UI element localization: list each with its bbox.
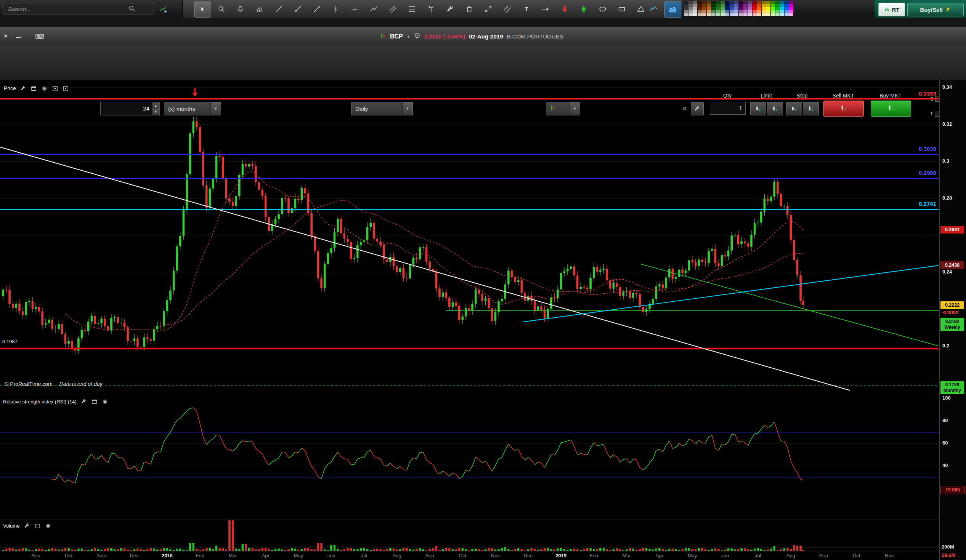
- time-axis-label: Sep: [819, 553, 828, 558]
- time-axis-label: Mar: [228, 553, 237, 558]
- rsi-tick: 100: [942, 395, 951, 401]
- expand-up-icon[interactable]: [62, 85, 70, 92]
- price-pane-header: Price: [4, 85, 70, 92]
- level-price-label: 0.2908: [919, 170, 936, 176]
- rsi-tick: 40: [942, 462, 948, 468]
- time-axis-label: Feb: [196, 553, 204, 558]
- level-price-label: 0.3039: [919, 146, 936, 152]
- time-axis-label: May: [688, 553, 697, 558]
- lightning-icon: [945, 6, 951, 13]
- change-value: -0.0082: [941, 310, 958, 315]
- price-tick: 0.24: [942, 269, 952, 275]
- pane-separator[interactable]: [0, 520, 966, 520]
- window-icon[interactable]: [33, 522, 41, 529]
- price-tick: 0.28: [942, 195, 952, 201]
- pane-separator[interactable]: [0, 396, 966, 396]
- rsi-tick: 80: [942, 418, 948, 423]
- price-tick: 0.2: [942, 343, 949, 349]
- level-price-label: 0.2741: [919, 200, 936, 207]
- volume-value-badge: 58.6M: [941, 552, 955, 558]
- time-axis-label: Jul: [361, 553, 368, 558]
- time-axis-label: Apr: [656, 553, 663, 558]
- price-axis[interactable]: 0.340.320.30.280.240.21008060400.26310.2…: [939, 80, 966, 560]
- time-axis-label: Aug: [393, 553, 401, 558]
- price-tick: 0.34: [942, 84, 952, 90]
- time-axis-label: Dec: [524, 553, 532, 558]
- time-axis-label: Nov: [491, 553, 500, 558]
- window-icon[interactable]: [90, 398, 99, 405]
- rsi-tick: 60: [942, 440, 948, 446]
- time-axis-label: Nov: [97, 553, 106, 558]
- volume-pane-header: Volume: [3, 522, 52, 529]
- wrench-icon[interactable]: [19, 85, 28, 92]
- rsi-pane-title: Relative strength index (RSI) (14): [3, 399, 77, 404]
- time-axis-label: Feb: [589, 553, 598, 558]
- time-axis-label: 2019: [555, 553, 567, 558]
- trendline-price-badge: 0.2438: [940, 261, 964, 269]
- time-axis-label: 2018: [162, 553, 172, 558]
- alert-price-badge: 0.2631: [940, 226, 964, 234]
- support-level-label: 0.1987: [2, 339, 18, 344]
- rsi-pane-controls: [80, 398, 109, 405]
- close-icon[interactable]: [44, 522, 52, 529]
- volume-tick: 200M: [941, 544, 954, 550]
- time-axis-label: Oct: [458, 553, 466, 558]
- chart-canvas[interactable]: [0, 0, 938, 560]
- copyright-note: © ProRealTime.com Data is end of day: [5, 381, 102, 387]
- close-icon[interactable]: [101, 398, 109, 405]
- time-axis-line: [0, 552, 966, 552]
- window-icon[interactable]: [30, 85, 38, 92]
- time-axis-label: Mar: [623, 553, 631, 558]
- time-axis-label: May: [294, 553, 304, 558]
- level-price-label: 0.3339: [919, 90, 936, 97]
- time-axis-label: Jun: [327, 553, 335, 558]
- close-icon[interactable]: [40, 85, 49, 92]
- price-tick: 0.32: [942, 121, 952, 127]
- rsi-pane-header: Relative strength index (RSI) (14): [3, 398, 109, 405]
- collapse-icon[interactable]: [51, 85, 59, 92]
- time-axis-label: Sep: [426, 553, 434, 558]
- price-pane-controls: [19, 85, 70, 92]
- time-axis-label: Aug: [787, 553, 795, 558]
- time-axis-label: Sep: [31, 553, 40, 558]
- time-axis-label: Jun: [721, 553, 729, 558]
- time-axis-label: Apr: [262, 553, 269, 558]
- monthly-level-badge: 0.1789Monthly: [940, 382, 964, 394]
- price-pane-title: Price: [4, 85, 16, 92]
- weekly-level-badge: 0.2192Weekly: [940, 318, 964, 331]
- time-axis-label: Oct: [853, 553, 860, 558]
- time-axis-label: Jul: [755, 553, 761, 558]
- data-note: Data is end of day: [59, 381, 103, 387]
- last-price-badge: 0.2222: [940, 301, 964, 309]
- volume-pane-title: Volume: [3, 523, 20, 529]
- volume-pane-controls: [23, 522, 52, 529]
- time-axis-label: Dec: [130, 553, 139, 558]
- price-tick: 0.3: [942, 158, 949, 164]
- wrench-icon[interactable]: [80, 398, 88, 405]
- time-axis-label: Nov: [885, 553, 894, 558]
- rsi-value-badge: 19.065: [940, 486, 965, 494]
- wrench-icon[interactable]: [23, 522, 31, 529]
- copyright-text: © ProRealTime.com: [5, 381, 53, 387]
- time-axis-label: Oct: [65, 553, 72, 558]
